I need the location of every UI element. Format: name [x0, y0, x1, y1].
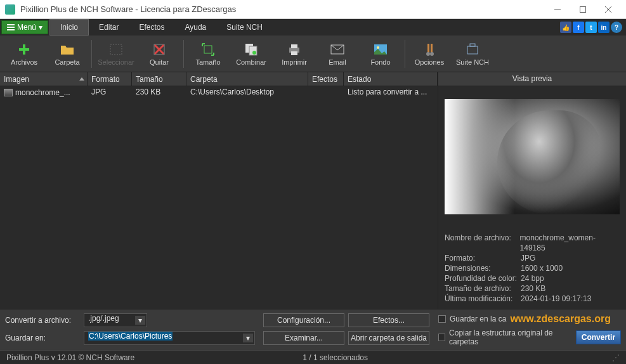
statusbar: Pixillion Plus v 12.01 © NCH Software 1 … — [0, 350, 626, 364]
table-row[interactable]: monochrome_... JPG 230 KB C:\Users\Carlo… — [0, 86, 438, 99]
version-text: Pixillion Plus v 12.01 © NCH Software — [6, 353, 134, 362]
window-title: Pixillion Plus de NCH Software - Licenci… — [20, 4, 545, 14]
file-rows: monochrome_... JPG 230 KB C:\Users\Carlo… — [0, 86, 438, 309]
linkedin-icon[interactable]: in — [598, 22, 610, 33]
preview-image-container — [438, 86, 626, 228]
tab-ayuda[interactable]: Ayuda — [174, 19, 216, 36]
tab-inicio[interactable]: Inicio — [49, 19, 89, 36]
social-icons: 👍 f t in ? — [560, 19, 626, 36]
main-area: Imagen Formato Tamaño Carpeta Efectos Es… — [0, 72, 626, 309]
archivos-button[interactable]: Archivos — [3, 37, 46, 71]
svg-rect-8 — [23, 44, 25, 55]
add-file-icon — [16, 42, 32, 57]
svg-point-26 — [430, 52, 434, 56]
seleccionar-button[interactable]: Seleccionar — [95, 37, 138, 71]
column-headers: Imagen Formato Tamaño Carpeta Efectos Es… — [0, 72, 438, 86]
config-button[interactable]: Configuración... — [263, 313, 344, 327]
svg-rect-23 — [427, 44, 429, 53]
svg-rect-28 — [470, 44, 475, 46]
watermark-text: www.zdescargas.org — [510, 313, 611, 325]
efectos-button[interactable]: Efectos... — [348, 313, 429, 327]
col-estado[interactable]: Estado — [344, 72, 438, 86]
toolbar: Archivos Carpeta Seleccionar Quitar Tama… — [0, 36, 626, 72]
menu-button[interactable]: Menú ▾ — [1, 20, 48, 34]
app-icon — [5, 4, 15, 15]
thumbnail-icon — [4, 89, 13, 96]
tamano-button[interactable]: Tamaño — [186, 37, 230, 71]
carpeta-button[interactable]: Carpeta — [46, 37, 89, 71]
options-icon — [422, 42, 437, 57]
minimize-button[interactable] — [545, 1, 570, 18]
svg-rect-24 — [431, 44, 433, 53]
titlebar: Pixillion Plus de NCH Software - Licenci… — [0, 0, 626, 19]
chevron-down-icon: ▾ — [39, 23, 42, 32]
svg-point-22 — [377, 46, 379, 49]
imprimir-button[interactable]: Imprimir — [273, 37, 316, 71]
checkbox-guardar[interactable] — [438, 315, 446, 323]
tab-suite[interactable]: Suite NCH — [216, 19, 273, 36]
svg-rect-9 — [110, 44, 122, 55]
svg-point-16 — [252, 51, 256, 55]
suite-button[interactable]: Suite NCH — [451, 37, 494, 71]
file-list-area: Imagen Formato Tamaño Carpeta Efectos Es… — [0, 72, 438, 309]
svg-rect-27 — [467, 46, 478, 54]
preview-panel: Vista previa Nombre de archivo:monochrom… — [438, 72, 626, 309]
twitter-icon[interactable]: t — [585, 22, 597, 33]
preview-metadata: Nombre de archivo:monochrome_women-14918… — [438, 228, 626, 309]
fondo-button[interactable]: Fondo — [359, 37, 402, 71]
separator — [91, 40, 92, 68]
menubar: Menú ▾ Inicio Editar Efectos Ayuda Suite… — [0, 19, 626, 36]
svg-rect-5 — [7, 27, 15, 28]
facebook-icon[interactable]: f — [573, 22, 584, 33]
combinar-button[interactable]: Combinar — [230, 37, 273, 71]
quitar-button[interactable]: Quitar — [138, 37, 181, 71]
opciones-button[interactable]: Opciones — [408, 37, 451, 71]
chk1-label: Guardar en la ca — [450, 315, 506, 323]
svg-rect-0 — [554, 9, 561, 10]
col-formato[interactable]: Formato — [88, 72, 132, 86]
svg-rect-13 — [204, 46, 212, 53]
separator — [405, 40, 405, 68]
help-icon[interactable]: ? — [611, 22, 622, 33]
preview-image — [445, 99, 620, 214]
convert-button[interactable]: Convertir — [576, 330, 621, 344]
like-icon[interactable]: 👍 — [560, 22, 571, 33]
chk2-label: Copiar la estructura original de carpeta… — [449, 328, 572, 346]
select-icon — [108, 42, 124, 57]
svg-rect-18 — [291, 44, 297, 48]
maximize-button[interactable] — [570, 1, 596, 18]
folder-icon — [60, 42, 75, 57]
background-icon — [373, 42, 388, 57]
format-select[interactable]: .jpg/.jpeg▾ — [84, 313, 147, 327]
resize-grip-icon[interactable]: ⋰ — [612, 353, 620, 362]
suite-icon — [465, 42, 480, 57]
svg-rect-6 — [7, 29, 15, 30]
separator — [183, 40, 184, 68]
abrir-carpeta-button[interactable]: Abrir carpeta de salida — [348, 331, 429, 345]
chevron-down-icon: ▾ — [243, 334, 253, 342]
guardar-label: Guardar en: — [5, 334, 80, 342]
menu-label: Menú — [17, 23, 36, 32]
remove-icon — [152, 42, 167, 57]
examinar-button[interactable]: Examinar... — [263, 331, 344, 345]
tab-efectos[interactable]: Efectos — [129, 19, 174, 36]
col-efectos[interactable]: Efectos — [308, 72, 344, 86]
hamburger-icon — [7, 24, 15, 30]
col-carpeta[interactable]: Carpeta — [186, 72, 308, 86]
col-tamano[interactable]: Tamaño — [132, 72, 186, 86]
tab-editar[interactable]: Editar — [89, 19, 129, 36]
print-icon — [287, 42, 302, 57]
svg-rect-1 — [580, 6, 586, 12]
col-imagen[interactable]: Imagen — [0, 72, 88, 86]
preview-title: Vista previa — [438, 72, 626, 86]
checkbox-copiar[interactable] — [438, 334, 445, 341]
folder-select[interactable]: C:\Users\Carlos\Pictures▾ — [84, 331, 255, 345]
svg-point-25 — [426, 52, 430, 56]
close-button[interactable] — [596, 1, 621, 18]
svg-rect-4 — [7, 24, 15, 25]
email-icon — [330, 42, 345, 57]
combine-icon — [244, 42, 259, 57]
svg-rect-19 — [291, 51, 297, 55]
email-button[interactable]: Email — [316, 37, 359, 71]
selection-count: 1 / 1 seleccionados — [303, 353, 368, 362]
